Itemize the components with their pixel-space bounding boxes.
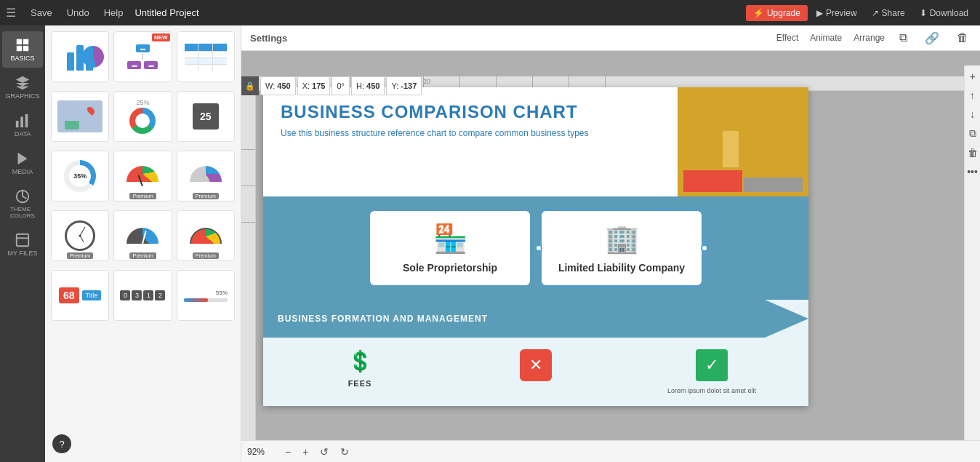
transform-y: Y: -137 [386, 76, 422, 95]
panels-area: NEW ▬ ▬ ▬ [45, 25, 980, 462]
panel-item-counter[interactable]: 25 [177, 91, 235, 142]
rp-delete-button[interactable]: 🗑 [965, 145, 980, 161]
right-panel: + ↑ ↓ ⧉ 🗑 ••• [964, 65, 980, 440]
sidebar-item-basics[interactable]: BASICS [2, 31, 43, 68]
panel-item-ticker[interactable]: 0 3 1 2 [113, 270, 172, 321]
llc-icon: 🏢 [605, 223, 639, 255]
panel-grid-2: 25% 25 [51, 91, 235, 142]
orgchart-thumb: ▬ ▬ ▬ [127, 44, 158, 69]
rp-add-button[interactable]: + [967, 68, 977, 84]
sidebar-item-my-files[interactable]: MY FILES [2, 226, 43, 263]
help-button-fixed[interactable]: ? [52, 434, 71, 453]
upgrade-button[interactable]: Upgrade [746, 5, 808, 21]
formation-header: BUSINESS FORMATION AND MANAGEMENT [263, 300, 808, 338]
panel-item-speedometer2[interactable]: Premium [177, 210, 235, 261]
panel-grid-5: 68 Title 0 3 1 2 55% [51, 270, 235, 321]
canvas-subtitle: Use this business structure reference ch… [281, 128, 660, 138]
llc-card[interactable]: 🏢 Limited Liability Company [542, 211, 702, 285]
premium-badge-speed: Premium [193, 193, 219, 199]
canvas-cards: 🏪 Sole Proprietorship 🏢 Limited Liabilit… [263, 196, 808, 300]
col2: ✕ [454, 349, 618, 381]
sidebar-myfiles-label: MY FILES [8, 250, 38, 257]
canvas-header-graphic [678, 87, 808, 196]
copy-icon-button[interactable]: ⧉ [896, 30, 910, 46]
handle-left[interactable] [535, 244, 542, 252]
save-button[interactable]: Save [25, 4, 58, 21]
zoom-minus-button[interactable]: − [282, 445, 294, 459]
col3: ✓ Lorem ipsum dolot sit amet elit [630, 349, 794, 394]
link-icon-button[interactable]: 🔗 [922, 30, 942, 47]
panel-item-speedometer[interactable]: Premium [177, 151, 235, 202]
undo-button-bottom[interactable]: ↺ [317, 445, 332, 459]
lock-icon[interactable]: 🔒 [241, 76, 259, 95]
svg-rect-5 [20, 117, 23, 128]
canvas-viewport[interactable]: 🔒 W: 450 X: 175 0° H: 450 Y: -137 [241, 51, 980, 462]
ruler-left [241, 91, 256, 462]
lorem-text: Lorem ipsum dolot sit amet elit [667, 387, 756, 394]
transform-rotation: 0° [332, 76, 350, 95]
handle-right[interactable] [701, 244, 708, 252]
transform-bar: 🔒 W: 450 X: 175 0° H: 450 Y: -137 [241, 76, 422, 95]
settings-title: Settings [250, 33, 287, 44]
rp-down-button[interactable]: ↓ [968, 106, 977, 122]
preview-button[interactable]: ▶ Preview [811, 5, 863, 21]
svg-rect-4 [16, 121, 19, 127]
fees-col: 💲 FEES [278, 349, 442, 388]
panel-item-map[interactable] [51, 91, 109, 142]
hamburger-icon[interactable]: ☰ [6, 6, 16, 20]
sidebar-item-data[interactable]: DATA [2, 107, 43, 143]
elements-panel: NEW ▬ ▬ ▬ [45, 25, 241, 462]
delete-icon-button[interactable]: 🗑 [954, 30, 971, 46]
svg-rect-2 [17, 46, 22, 51]
rp-copy-button[interactable]: ⧉ [967, 125, 979, 142]
panel-item-chart[interactable] [51, 31, 109, 82]
share-button[interactable]: ↗ Share [866, 5, 911, 21]
zoom-value: 92% [247, 447, 276, 457]
topbar: ☰ Save Undo Help Untitled Project Upgrad… [0, 0, 980, 25]
premium-badge-gauge2: Premium [129, 252, 156, 259]
panel-item-clock[interactable]: Premium [51, 210, 109, 261]
premium-badge-speed2: Premium [193, 252, 219, 259]
undo-button[interactable]: Undo [61, 4, 95, 21]
sidebar-media-label: MEDIA [12, 168, 33, 175]
animate-action[interactable]: Animate [810, 33, 842, 43]
panel-item-numberbadge[interactable]: 68 Title [51, 270, 109, 321]
panel-item-table[interactable] [177, 31, 235, 82]
sidebar-basics-label: BASICS [10, 55, 34, 62]
help-button-top[interactable]: Help [98, 4, 129, 21]
rp-more-button[interactable]: ••• [965, 164, 980, 180]
panel-grid-3: 35% Premium Premium [51, 151, 235, 202]
check-icon: ✓ [696, 349, 728, 381]
arrange-action[interactable]: Arrange [854, 33, 885, 43]
panel-item-gauge[interactable]: Premium [113, 151, 172, 202]
panel-item-progress[interactable]: 55% [177, 270, 235, 321]
panel-grid-4: Premium Premium Premium [51, 210, 235, 261]
panel-item-orgchart[interactable]: NEW ▬ ▬ ▬ [113, 31, 172, 82]
svg-rect-1 [23, 39, 28, 44]
transform-width: W: 450 [260, 76, 296, 95]
panel-item-gauge2[interactable]: Premium [113, 210, 172, 261]
download-button[interactable]: ⬇ Download [914, 5, 974, 21]
main-area: BASICS GRAPHICS DATA MEDIA THEMECOLORS M… [0, 25, 980, 462]
transform-height: H: 450 [351, 76, 385, 95]
panel-item-donut[interactable]: 25% [113, 91, 172, 142]
zoom-plus-button[interactable]: + [300, 445, 311, 459]
ruler-mark-20: 20 [423, 78, 430, 85]
premium-badge-gauge: Premium [129, 193, 156, 199]
rp-up-button[interactable]: ↑ [968, 87, 977, 103]
panel-item-radial[interactable]: 35% [51, 151, 109, 202]
svg-rect-0 [17, 39, 22, 44]
redo-button-bottom[interactable]: ↻ [337, 445, 352, 459]
formation-title: BUSINESS FORMATION AND MANAGEMENT [278, 314, 488, 324]
sidebar-data-label: DATA [15, 130, 31, 138]
canvas-formation: BUSINESS FORMATION AND MANAGEMENT 💲 FEES… [263, 300, 808, 406]
canvas-header: BUSINESS COMPARISON CHART Use this busin… [263, 87, 808, 196]
sidebar-item-graphics[interactable]: GRAPHICS [2, 69, 43, 105]
sidebar-item-theme-colors[interactable]: THEMECOLORS [2, 183, 43, 225]
settings-bar: Settings Effect Animate Arrange ⧉ 🔗 🗑 [241, 25, 980, 51]
canvas-area: Settings Effect Animate Arrange ⧉ 🔗 🗑 🔒 … [241, 25, 980, 462]
formation-content: 💲 FEES ✕ ✓ Lorem ipsum dolot sit amet el… [263, 338, 808, 406]
sole-proprietorship-card[interactable]: 🏪 Sole Proprietorship [370, 211, 530, 285]
sidebar-item-media[interactable]: MEDIA [2, 145, 43, 181]
effect-action[interactable]: Effect [776, 33, 798, 43]
